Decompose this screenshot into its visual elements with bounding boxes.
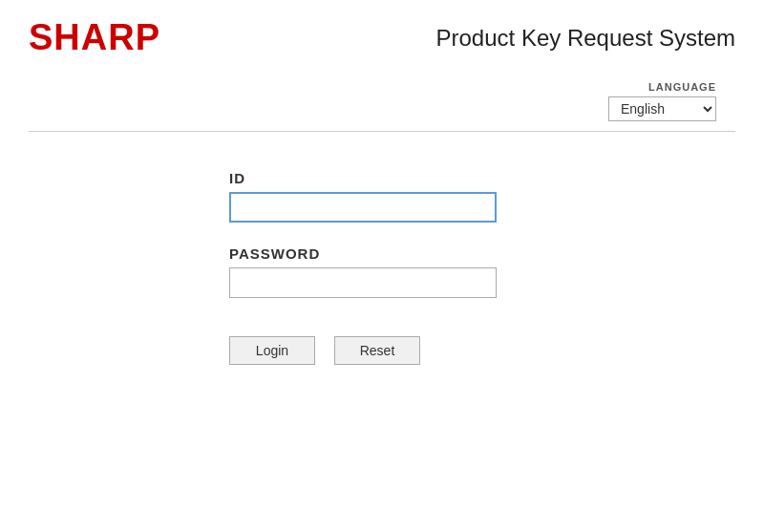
password-label: PASSWORD [229, 245, 497, 262]
sharp-logo: SHARP [29, 17, 160, 58]
id-field-group: ID [229, 170, 497, 223]
login-form: ID PASSWORD Login Reset [0, 132, 764, 365]
reset-button[interactable]: Reset [334, 336, 420, 365]
page-title: Product Key Request System [436, 25, 735, 52]
id-input[interactable] [229, 192, 497, 223]
header: SHARP Product Key Request System [0, 0, 764, 72]
password-input[interactable] [229, 267, 497, 298]
id-label: ID [229, 170, 497, 186]
login-button[interactable]: Login [229, 336, 315, 365]
language-section: LANGUAGE English Japanese French German … [0, 72, 764, 131]
language-select[interactable]: English Japanese French German Spanish [608, 96, 716, 121]
password-field-group: PASSWORD [229, 245, 497, 298]
button-row: Login Reset [229, 336, 420, 365]
language-label: LANGUAGE [648, 81, 716, 93]
